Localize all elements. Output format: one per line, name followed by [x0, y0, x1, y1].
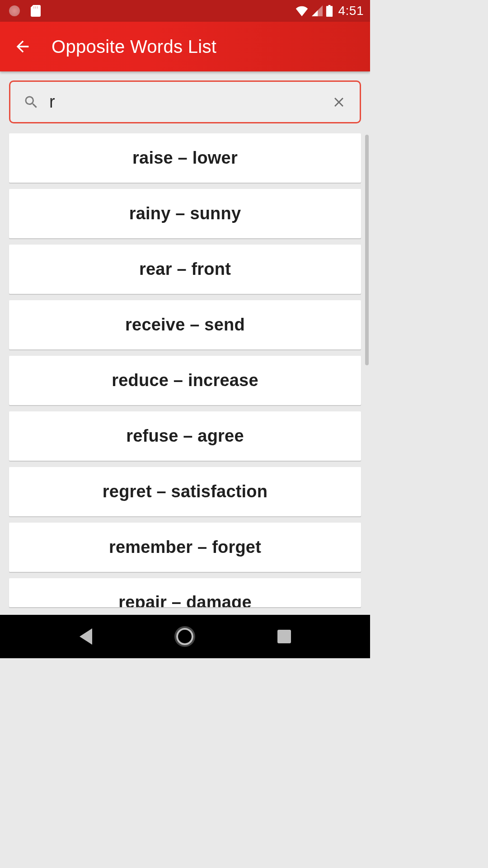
list-item-label: raise – lower — [132, 148, 238, 168]
process-icon — [9, 5, 20, 16]
list-item-label: refuse – agree — [126, 426, 244, 446]
content-area: raise – lower rainy – sunny rear – front… — [0, 71, 370, 615]
search-container — [9, 80, 361, 123]
close-icon — [331, 94, 347, 110]
status-bar: 4:51 — [0, 0, 370, 22]
list-item[interactable]: refuse – agree — [9, 411, 361, 461]
list-item-label: reduce – increase — [112, 371, 258, 390]
cellular-icon — [311, 5, 323, 16]
nav-home-button[interactable] — [167, 623, 203, 650]
list-item-label: remember – forget — [109, 538, 261, 557]
system-nav-bar — [0, 615, 370, 658]
list-item[interactable]: reduce – increase — [9, 356, 361, 405]
nav-recent-icon — [277, 630, 291, 643]
clear-search-button[interactable] — [327, 90, 351, 114]
list-item[interactable]: raise – lower — [9, 133, 361, 183]
word-list: raise – lower rainy – sunny rear – front… — [9, 133, 361, 607]
nav-recent-button[interactable] — [266, 623, 302, 650]
back-button[interactable] — [8, 32, 37, 61]
page-title: Opposite Words List — [52, 37, 216, 57]
arrow-left-icon — [14, 38, 32, 56]
list-item-label: regret – satisfaction — [103, 482, 267, 501]
search-icon — [23, 94, 39, 110]
nav-back-button[interactable] — [68, 623, 104, 650]
list-item-label: rear – front — [139, 259, 231, 279]
nav-home-icon — [176, 628, 193, 645]
wifi-icon — [295, 5, 309, 16]
list-item[interactable]: remember – forget — [9, 523, 361, 572]
status-time: 4:51 — [338, 4, 364, 18]
list-item[interactable]: receive – send — [9, 300, 361, 349]
list-item[interactable]: rear – front — [9, 245, 361, 294]
sd-card-icon — [31, 5, 41, 17]
nav-back-icon — [80, 628, 92, 645]
list-item[interactable]: regret – satisfaction — [9, 467, 361, 516]
list-item-label: receive – send — [125, 315, 245, 335]
list-item-label: rainy – sunny — [129, 204, 241, 223]
list-item[interactable]: rainy – sunny — [9, 189, 361, 238]
scrollbar[interactable] — [365, 135, 369, 365]
app-bar: Opposite Words List — [0, 22, 370, 71]
search-input[interactable] — [49, 92, 327, 112]
list-item[interactable]: repair – damage — [9, 578, 361, 607]
battery-icon — [326, 5, 333, 17]
list-item-label: repair – damage — [118, 593, 251, 607]
